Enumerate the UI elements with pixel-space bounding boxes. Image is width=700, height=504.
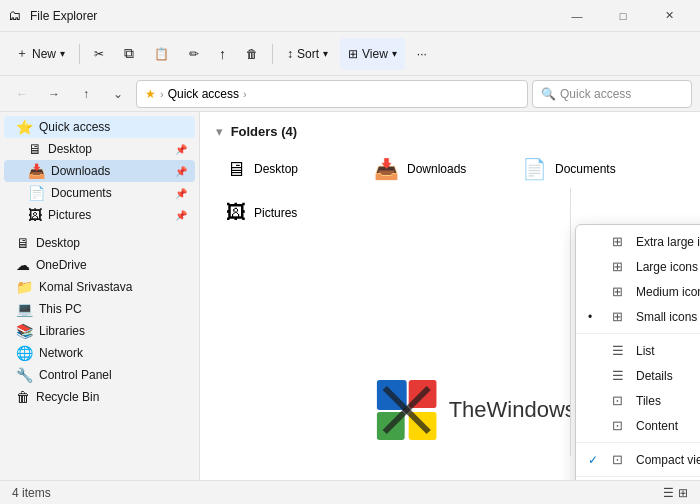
sidebar-label-desktop2: Desktop [36,236,187,250]
up-button[interactable]: ↑ [72,80,100,108]
view-toggle-icons: ☰ ⊞ [663,486,688,500]
menu-item-extra-large[interactable]: ⊞ Extra large icons [576,229,700,254]
label-compact: Compact view [636,453,700,467]
icon-tiles: ⊡ [612,393,628,408]
sidebar-item-libraries[interactable]: 📚 Libraries [4,320,195,342]
app-title: File Explorer [30,9,554,23]
quick-access-icon: ⭐ [16,119,33,135]
sidebar-item-thispc[interactable]: 💻 This PC [4,298,195,320]
folder-item-downloads[interactable]: 📥 Downloads [364,151,504,187]
icon-medium: ⊞ [612,284,628,299]
recyclebin-icon: 🗑 [16,389,30,405]
share-icon: ↑ [219,46,226,62]
menu-item-large[interactable]: ⊞ Large icons [576,254,700,279]
sidebar-item-recyclebin[interactable]: 🗑 Recycle Bin [4,386,195,408]
delete-icon: 🗑 [246,47,258,61]
cut-button[interactable]: ✂ [86,38,112,70]
paste-icon: 📋 [154,47,169,61]
new-label: New [32,47,56,61]
menu-item-compact[interactable]: ✓ ⊡ Compact view [576,447,700,472]
sidebar-label-thispc: This PC [39,302,187,316]
label-large: Large icons [636,260,700,274]
icon-small: ⊞ [612,309,628,324]
menu-separator-1 [576,333,700,334]
sort-button[interactable]: ↕ Sort ▾ [279,38,336,70]
forward-button[interactable]: → [40,80,68,108]
sidebar-item-desktop[interactable]: 🖥 Desktop 📌 [4,138,195,160]
back-button[interactable]: ← [8,80,36,108]
pictures-icon: 🖼 [28,207,42,223]
sidebar-label-network: Network [39,346,187,360]
sidebar-label-controlpanel: Control Panel [39,368,187,382]
libraries-icon: 📚 [16,323,33,339]
rename-button[interactable]: ✏ [181,38,207,70]
address-box[interactable]: ★ › Quick access › [136,80,528,108]
close-button[interactable]: ✕ [646,0,692,32]
maximize-button[interactable]: □ [600,0,646,32]
icon-large: ⊞ [612,259,628,274]
sidebar-label-recyclebin: Recycle Bin [36,390,187,404]
sidebar-item-pictures[interactable]: 🖼 Pictures 📌 [4,204,195,226]
pin-icon-documents: 📌 [175,188,187,199]
view-dropdown-icon: ▾ [392,48,397,59]
icon-details: ☰ [612,368,628,383]
sidebar-item-network[interactable]: 🌐 Network [4,342,195,364]
sidebar-item-controlpanel[interactable]: 🔧 Control Panel [4,364,195,386]
new-dropdown-icon: ▾ [60,48,65,59]
sidebar-item-downloads[interactable]: 📥 Downloads 📌 [4,160,195,182]
menu-separator-2 [576,442,700,443]
toolbar-separator-1 [79,44,80,64]
label-list: List [636,344,700,358]
sort-dropdown-icon: ▾ [323,48,328,59]
recent-button[interactable]: ⌄ [104,80,132,108]
sidebar-item-komal[interactable]: 📁 Komal Srivastava [4,276,195,298]
sidebar-label-downloads: Downloads [51,164,169,178]
view-grid-icon: ⊞ [348,47,358,61]
label-small: Small icons [636,310,700,324]
sidebar-item-onedrive[interactable]: ☁ OneDrive [4,254,195,276]
search-icon: 🔍 [541,87,556,101]
check-small: • [588,310,604,324]
desktop2-icon: 🖥 [16,235,30,251]
pin-icon-desktop: 📌 [175,144,187,155]
delete-button[interactable]: 🗑 [238,38,266,70]
sidebar-item-quick-access[interactable]: ⭐ Quick access [4,116,195,138]
copy-icon: ⧉ [124,45,134,62]
menu-item-small[interactable]: • ⊞ Small icons [576,304,700,329]
share-button[interactable]: ↑ [211,38,234,70]
sort-label: Sort [297,47,319,61]
folder-item-documents[interactable]: 📄 Documents [512,151,652,187]
sidebar-label-desktop: Desktop [48,142,169,156]
label-details: Details [636,369,700,383]
view-button[interactable]: ⊞ View ▾ [340,38,405,70]
minimize-button[interactable]: — [554,0,600,32]
folder-icon-pictures: 🖼 [226,201,246,224]
label-tiles: Tiles [636,394,700,408]
view-grid-icon[interactable]: ⊞ [678,486,688,500]
sidebar-item-documents[interactable]: 📄 Documents 📌 [4,182,195,204]
folder-item-desktop[interactable]: 🖥 Desktop [216,151,356,187]
copy-button[interactable]: ⧉ [116,38,142,70]
menu-item-details[interactable]: ☰ Details [576,363,700,388]
paste-button[interactable]: 📋 [146,38,177,70]
icon-extra-large: ⊞ [612,234,628,249]
titlebar: 🗂 File Explorer — □ ✕ [0,0,700,32]
menu-item-content[interactable]: ⊡ Content [576,413,700,438]
menu-item-tiles[interactable]: ⊡ Tiles [576,388,700,413]
menu-item-list[interactable]: ☰ List [576,338,700,363]
search-placeholder: Quick access [560,87,631,101]
folder-item-pictures[interactable]: 🖼 Pictures [216,195,356,230]
view-details-icon[interactable]: ☰ [663,486,674,500]
menu-item-medium[interactable]: ⊞ Medium icons [576,279,700,304]
folder-icon-desktop: 🖥 [226,158,246,181]
sidebar-item-desktop2[interactable]: 🖥 Desktop [4,232,195,254]
new-button[interactable]: ＋ New ▾ [8,38,73,70]
icon-content: ⊡ [612,418,628,433]
more-button[interactable]: ··· [409,38,435,70]
controlpanel-icon: 🔧 [16,367,33,383]
search-box[interactable]: 🔍 Quick access [532,80,692,108]
folder-count-label: Folders (4) [231,124,297,139]
folder-name-documents: Documents [555,162,616,176]
address-chevron: › [243,88,247,100]
favorite-icon: ★ [145,87,156,101]
